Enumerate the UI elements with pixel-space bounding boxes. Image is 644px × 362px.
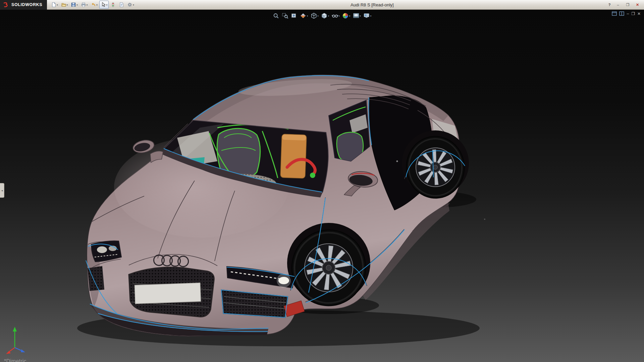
restore-pane-icon xyxy=(612,11,617,16)
split-pane-button[interactable] xyxy=(619,11,624,16)
x-axis xyxy=(9,348,15,352)
reference-point xyxy=(484,219,485,220)
front-grille[interactable] xyxy=(129,267,214,317)
dropdown-caret-icon[interactable]: ▾ xyxy=(57,4,58,6)
dropdown-caret-icon[interactable]: ▾ xyxy=(133,4,134,6)
open-button[interactable]: ▾ xyxy=(60,1,69,9)
new-document-icon xyxy=(51,2,56,7)
maximize-button[interactable]: ❐ xyxy=(623,2,632,8)
save-button[interactable]: ▾ xyxy=(69,1,79,9)
zoom-to-area-button[interactable] xyxy=(281,11,289,20)
appearance-beachball-icon xyxy=(342,12,349,19)
car-model-scene[interactable] xyxy=(0,10,644,362)
print-icon xyxy=(81,2,86,7)
dropdown-caret-icon[interactable]: ▾ xyxy=(370,15,372,17)
dropdown-caret-icon[interactable]: ▾ xyxy=(307,15,308,17)
glasses-icon xyxy=(331,12,338,19)
green-fitting xyxy=(310,173,315,178)
origin-point[interactable] xyxy=(396,161,398,162)
orange-box-top xyxy=(282,134,306,140)
side-intake-left[interactable] xyxy=(88,266,104,291)
doc-close-button[interactable]: ✕ xyxy=(637,12,641,16)
previous-view-button[interactable] xyxy=(290,11,298,20)
dropdown-caret-icon[interactable]: ▾ xyxy=(360,15,361,17)
zoom-to-area-icon xyxy=(282,12,288,19)
car-model[interactable] xyxy=(77,75,485,346)
zoom-to-fit-icon xyxy=(273,12,279,19)
dropdown-caret-icon[interactable]: ▾ xyxy=(96,4,98,6)
window-controls: ? – ❐ ✕ xyxy=(606,2,644,8)
dropdown-caret-icon[interactable]: ▾ xyxy=(67,4,68,6)
view-orientation-label: *Dimetric xyxy=(4,358,26,362)
options-gear-icon xyxy=(127,2,132,7)
open-folder-icon xyxy=(61,2,66,7)
featuremanager-collapse-tab[interactable]: ◂ xyxy=(0,183,4,198)
dropdown-caret-icon[interactable]: ▾ xyxy=(317,15,319,17)
rebuild-button[interactable] xyxy=(109,1,117,9)
zoom-to-fit-button[interactable] xyxy=(272,11,280,20)
dropdown-caret-icon[interactable]: ▾ xyxy=(328,15,329,17)
hide-show-items-button[interactable]: ▾ xyxy=(331,11,340,20)
new-button[interactable]: ▾ xyxy=(50,1,59,9)
help-button[interactable]: ? xyxy=(606,2,613,8)
view-orientation-cube-icon xyxy=(310,12,317,19)
view-orientation-button[interactable]: ▾ xyxy=(310,11,319,20)
close-button[interactable]: ✕ xyxy=(633,2,642,8)
select-tool-button[interactable]: ▾ xyxy=(99,1,109,9)
save-floppy-icon xyxy=(71,2,76,7)
dropdown-caret-icon[interactable]: ▾ xyxy=(338,15,340,17)
doc-minimize-button[interactable]: – xyxy=(627,12,629,16)
reference-triad xyxy=(5,323,35,355)
heads-up-view-toolbar: ▾ ▾ ▾ ▾ xyxy=(272,11,372,20)
view-settings-icon xyxy=(363,12,370,19)
collapse-arrow-icon: ◂ xyxy=(1,189,3,192)
file-properties-button[interactable] xyxy=(117,1,125,9)
window-title: Audi R8 S [Read-only] xyxy=(138,2,606,7)
z-axis-arrow xyxy=(21,349,25,352)
edit-appearance-button[interactable]: ▾ xyxy=(341,11,351,20)
orange-box xyxy=(280,134,307,179)
previous-view-icon xyxy=(291,12,298,19)
view-settings-button[interactable]: ▾ xyxy=(363,11,372,20)
scene-icon xyxy=(353,12,359,19)
dropdown-caret-icon[interactable]: ▾ xyxy=(87,4,88,6)
dropdown-caret-icon[interactable]: ▾ xyxy=(349,15,351,17)
doc-restore-button[interactable]: ❐ xyxy=(631,12,635,16)
display-style-button[interactable]: ▾ xyxy=(320,11,330,20)
file-properties-icon xyxy=(119,2,124,7)
split-pane-icon xyxy=(619,11,624,16)
solidworks-window: SOLIDWORKS ▾ ▾ ▾ xyxy=(0,0,644,362)
dropdown-caret-icon[interactable]: ▾ xyxy=(76,4,78,6)
display-style-icon xyxy=(321,12,328,19)
section-view-icon xyxy=(300,12,307,19)
solidworks-logo: SOLIDWORKS xyxy=(0,0,47,10)
select-cursor-icon xyxy=(101,2,106,7)
document-window-controls: – ❐ ✕ xyxy=(612,11,641,16)
rebuild-traffic-light-icon xyxy=(110,2,116,7)
titlebar: SOLIDWORKS ▾ ▾ ▾ xyxy=(0,0,644,10)
license-plate[interactable] xyxy=(135,283,201,304)
z-axis xyxy=(15,348,22,351)
undo-button[interactable]: ▾ xyxy=(89,1,99,9)
section-view-button[interactable]: ▾ xyxy=(299,11,309,20)
apply-scene-button[interactable]: ▾ xyxy=(352,11,362,20)
restore-pane-button[interactable] xyxy=(612,11,617,16)
dropdown-caret-icon[interactable]: ▾ xyxy=(106,4,108,6)
minimize-button[interactable]: – xyxy=(613,2,623,8)
y-axis-arrow xyxy=(13,327,17,331)
3ds-logo-icon xyxy=(3,2,9,8)
undo-arrow-icon xyxy=(91,2,96,7)
graphics-viewport[interactable]: ▾ ▾ ▾ ▾ xyxy=(0,10,644,362)
brand-name: SOLIDWORKS xyxy=(11,2,42,7)
options-button[interactable]: ▾ xyxy=(126,1,136,9)
print-button[interactable]: ▾ xyxy=(79,1,89,9)
quick-access-toolbar: ▾ ▾ ▾ ▾ xyxy=(47,1,138,9)
